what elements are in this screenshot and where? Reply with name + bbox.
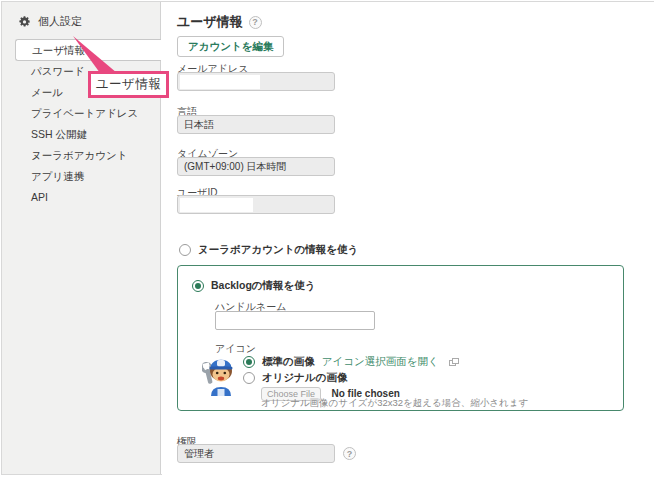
- email-redaction: [180, 75, 260, 89]
- original-image-radio[interactable]: [243, 372, 255, 384]
- timezone-field: (GMT+09:00) 日本時間: [177, 157, 335, 176]
- user-info-panel: ユーザ情報 ? アカウントを編集 メールアドレス 言語 日本語 タイムゾーン (…: [162, 2, 655, 476]
- sidebar-header: 個人設定: [2, 2, 160, 39]
- avatar-image: [202, 354, 236, 396]
- page-title-text: ユーザ情報: [177, 13, 243, 31]
- help-icon[interactable]: ?: [249, 16, 262, 29]
- email-field: [177, 72, 335, 91]
- gear-icon: [18, 15, 31, 28]
- sidebar-item-nulab-account[interactable]: ヌーラボアカウント: [2, 145, 160, 166]
- edit-account-button[interactable]: アカウントを編集: [177, 36, 284, 57]
- permission-help-icon[interactable]: ?: [343, 447, 356, 460]
- backlog-info-section: Backlogの情報を使う ハンドルネーム アイコン: [177, 265, 624, 411]
- standard-image-radio[interactable]: [243, 356, 255, 368]
- user-id-redaction: [180, 198, 253, 212]
- nulab-account-option-label: ヌーラボアカウントの情報を使う: [198, 243, 358, 257]
- permission-field: 管理者: [177, 444, 335, 463]
- user-id-field: [177, 195, 335, 214]
- nulab-account-radio[interactable]: [179, 244, 191, 256]
- callout-label: ユーザ情報: [96, 76, 162, 93]
- handle-name-input[interactable]: [215, 311, 375, 330]
- standard-image-label: 標準の画像: [262, 355, 315, 369]
- nulab-account-option-row: ヌーラボアカウントの情報を使う: [179, 243, 358, 257]
- backlog-info-radio[interactable]: [192, 280, 204, 292]
- resize-note: オリジナル画像のサイズが32x32を超える場合、縮小されます: [261, 397, 528, 410]
- sidebar-item-api[interactable]: API: [2, 187, 160, 208]
- standard-image-row: 標準の画像 アイコン選択画面を開く: [243, 355, 459, 369]
- backlog-option-label: Backlogの情報を使う: [211, 279, 316, 293]
- callout-box: ユーザ情報: [88, 71, 169, 98]
- page-title: ユーザ情報 ?: [177, 13, 262, 31]
- language-field: 日本語: [177, 115, 335, 134]
- open-icon-picker-link[interactable]: アイコン選択画面を開く: [322, 355, 439, 369]
- sidebar-item-ssh-key[interactable]: SSH 公開鍵: [2, 124, 160, 145]
- sidebar-item-private-address[interactable]: プライベートアドレス: [2, 103, 160, 124]
- backlog-option-row: Backlogの情報を使う: [192, 279, 316, 293]
- open-window-icon: [449, 358, 459, 366]
- sidebar-item-user-info[interactable]: ユーザ情報: [15, 39, 161, 61]
- sidebar-item-app-integration[interactable]: アプリ連携: [2, 166, 160, 187]
- sidebar-title: 個人設定: [38, 14, 82, 29]
